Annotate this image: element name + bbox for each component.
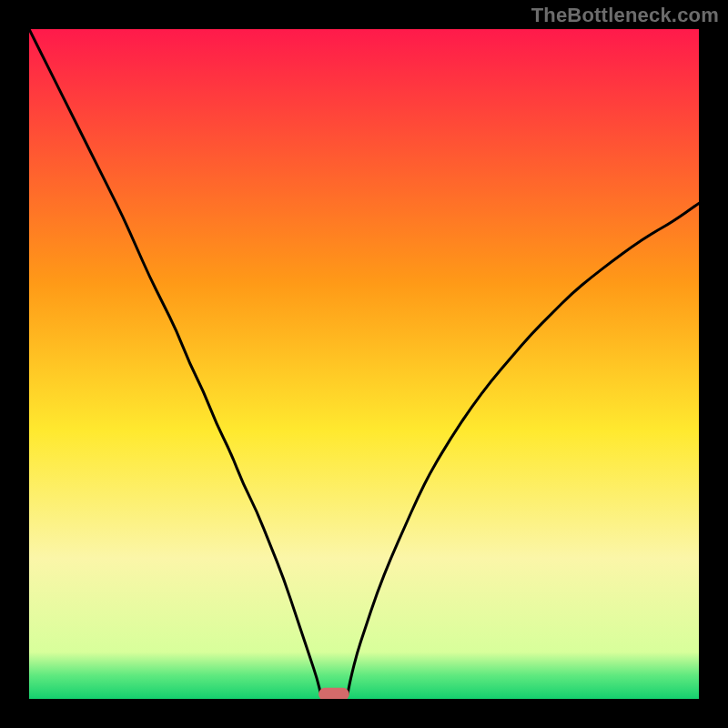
watermark-text: TheBottleneck.com bbox=[531, 4, 719, 27]
plot-frame bbox=[29, 29, 699, 699]
min-marker bbox=[318, 688, 349, 699]
gradient-background bbox=[29, 29, 699, 699]
plot-svg bbox=[29, 29, 699, 699]
stage: TheBottleneck.com bbox=[0, 0, 728, 728]
